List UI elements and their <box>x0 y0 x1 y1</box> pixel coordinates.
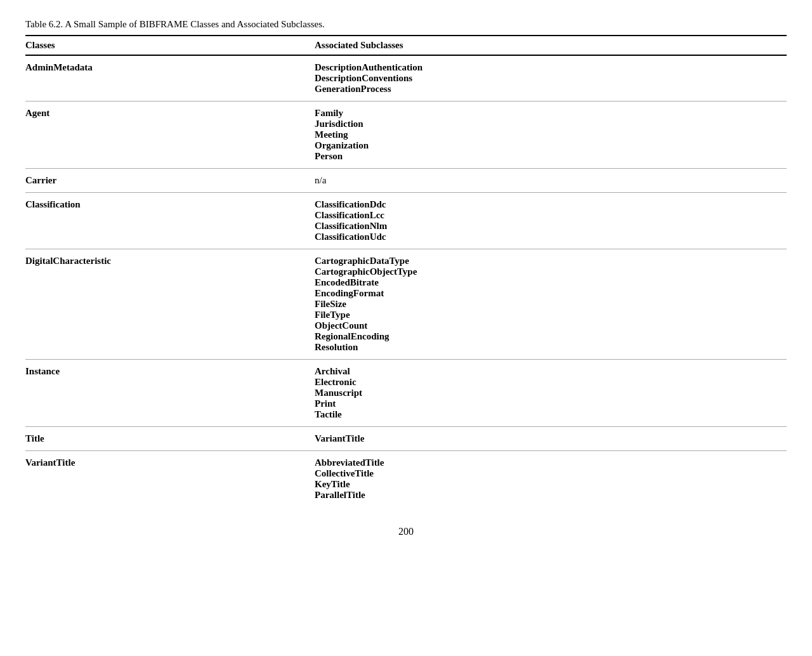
table-subclass-cell: ArchivalElectronicManuscriptPrintTactile <box>315 360 787 427</box>
subclass-item: Archival <box>315 366 350 376</box>
subclass-item: Person <box>315 151 343 161</box>
subclass-item: DescriptionConventions <box>315 73 412 83</box>
subclass-item: Print <box>315 398 336 409</box>
subclass-item: Family <box>315 108 343 118</box>
table-class-cell: AdminMetadata <box>25 55 315 102</box>
table-class-cell: Agent <box>25 102 315 169</box>
table-subclass-cell: n/a <box>315 169 787 193</box>
subclass-item: FileSize <box>315 299 346 309</box>
table-subclass-cell: FamilyJurisdictionMeetingOrganizationPer… <box>315 102 787 169</box>
subclass-item: EncodingFormat <box>315 288 384 298</box>
subclass-item: Jurisdiction <box>315 119 363 129</box>
table-subclass-cell: VariantTitle <box>315 427 787 451</box>
table-subclass-cell: DescriptionAuthenticationDescriptionConv… <box>315 55 787 102</box>
table-class-cell: Title <box>25 427 315 451</box>
subclass-item: ParallelTitle <box>315 490 365 500</box>
table-caption: Table 6.2. A Small Sample of BIBFRAME Cl… <box>25 19 787 30</box>
subclass-item: VariantTitle <box>315 433 364 443</box>
subclass-item: GenerationProcess <box>315 84 391 94</box>
subclass-item: ClassificationNlm <box>315 221 387 231</box>
subclass-item: FileType <box>315 310 350 320</box>
table-class-cell: Carrier <box>25 169 315 193</box>
table-class-cell: Classification <box>25 193 315 249</box>
subclass-item: RegionalEncoding <box>315 331 390 341</box>
subclass-item: EncodedBitrate <box>315 277 379 287</box>
table-class-cell: VariantTitle <box>25 451 315 508</box>
page-number: 200 <box>25 526 787 537</box>
table-subclass-cell: CartographicDataTypeCartographicObjectTy… <box>315 249 787 360</box>
subclass-item: Manuscript <box>315 388 362 398</box>
subclass-item: Organization <box>315 140 369 150</box>
table-class-cell: Instance <box>25 360 315 427</box>
table-class-cell: DigitalCharacteristic <box>25 249 315 360</box>
subclass-item: ClassificationDdc <box>315 199 386 209</box>
subclass-item: Meeting <box>315 129 348 140</box>
subclass-item: CartographicObjectType <box>315 266 417 277</box>
col-header-subclasses: Associated Subclasses <box>315 36 787 55</box>
subclass-item: KeyTitle <box>315 479 350 489</box>
subclass-item: DescriptionAuthentication <box>315 62 422 72</box>
subclass-item: ClassificationLcc <box>315 210 384 220</box>
col-header-classes: Classes <box>25 36 315 55</box>
subclass-item: Tactile <box>315 409 342 419</box>
subclass-item: CartographicDataType <box>315 256 409 266</box>
subclass-item: AbbreviatedTitle <box>315 457 384 468</box>
subclass-item: CollectiveTitle <box>315 468 374 478</box>
subclass-item: Resolution <box>315 342 358 352</box>
table-subclass-cell: ClassificationDdcClassificationLccClassi… <box>315 193 787 249</box>
bibframe-table: Classes Associated Subclasses AdminMetad… <box>25 35 787 507</box>
table-subclass-cell: AbbreviatedTitleCollectiveTitleKeyTitleP… <box>315 451 787 508</box>
subclass-item: ObjectCount <box>315 320 367 331</box>
subclass-item: Electronic <box>315 377 357 387</box>
subclass-item: ClassificationUdc <box>315 232 386 242</box>
